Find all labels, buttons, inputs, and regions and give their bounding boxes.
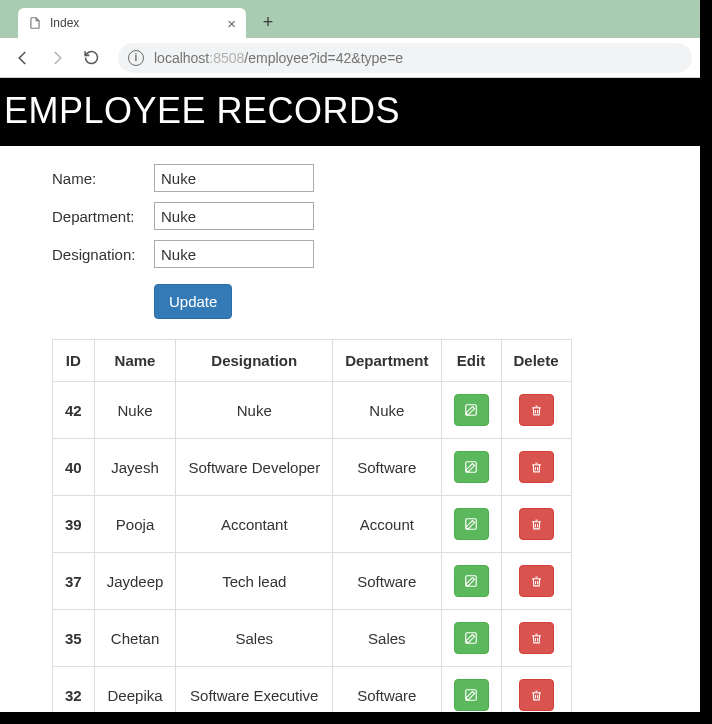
pencil-icon: [464, 403, 478, 417]
designation-input[interactable]: [154, 240, 314, 268]
svg-rect-0: [466, 405, 477, 416]
trash-icon: [530, 575, 543, 588]
col-edit: Edit: [441, 340, 501, 382]
col-delete: Delete: [501, 340, 571, 382]
browser-tab[interactable]: Index ×: [18, 8, 246, 38]
department-label: Department:: [52, 208, 154, 225]
cell-name: Chetan: [94, 610, 176, 667]
name-input[interactable]: [154, 164, 314, 192]
pencil-icon: [464, 574, 478, 588]
cell-name: Pooja: [94, 496, 176, 553]
pencil-icon: [464, 631, 478, 645]
edit-button[interactable]: [454, 622, 489, 654]
delete-button[interactable]: [519, 508, 554, 540]
col-id: ID: [53, 340, 95, 382]
edit-button[interactable]: [454, 565, 489, 597]
file-icon: [28, 16, 42, 30]
pencil-icon: [464, 688, 478, 702]
cell-id: 35: [53, 610, 95, 667]
cell-name: Deepika: [94, 667, 176, 713]
name-label: Name:: [52, 170, 154, 187]
tab-strip: Index × +: [0, 0, 700, 38]
cell-designation: Nuke: [176, 382, 333, 439]
cell-id: 39: [53, 496, 95, 553]
url-port: :8508: [209, 50, 244, 66]
pencil-icon: [464, 517, 478, 531]
cell-department: Sales: [333, 610, 441, 667]
edit-button[interactable]: [454, 679, 489, 711]
cell-id: 42: [53, 382, 95, 439]
cell-designation: Sales: [176, 610, 333, 667]
table-row: 40JayeshSoftware DeveloperSoftware: [53, 439, 572, 496]
delete-button[interactable]: [519, 622, 554, 654]
close-tab-icon[interactable]: ×: [227, 15, 236, 32]
table-row: 42NukeNukeNuke: [53, 382, 572, 439]
svg-rect-1: [466, 462, 477, 473]
cell-designation: Software Developer: [176, 439, 333, 496]
cell-department: Software: [333, 439, 441, 496]
cell-name: Jaydeep: [94, 553, 176, 610]
svg-rect-2: [466, 519, 477, 530]
employee-table: ID Name Designation Department Edit Dele…: [52, 339, 572, 712]
designation-label: Designation:: [52, 246, 154, 263]
trash-icon: [530, 404, 543, 417]
department-input[interactable]: [154, 202, 314, 230]
col-name: Name: [94, 340, 176, 382]
cell-designation: Tech lead: [176, 553, 333, 610]
new-tab-button[interactable]: +: [254, 8, 282, 36]
page-header: EMPLOYEE RECORDS: [0, 78, 700, 146]
url-host: localhost: [154, 50, 209, 66]
delete-button[interactable]: [519, 451, 554, 483]
cell-department: Account: [333, 496, 441, 553]
cell-department: Software: [333, 553, 441, 610]
cell-id: 37: [53, 553, 95, 610]
table-row: 32DeepikaSoftware ExecutiveSoftware: [53, 667, 572, 713]
address-bar[interactable]: i localhost:8508/employee?id=42&type=e: [118, 43, 692, 73]
url-path: /employee?id=42&type=e: [244, 50, 403, 66]
reload-button[interactable]: [76, 43, 106, 73]
svg-rect-5: [466, 690, 477, 701]
cell-department: Software: [333, 667, 441, 713]
cell-name: Jayesh: [94, 439, 176, 496]
table-row: 37JaydeepTech leadSoftware: [53, 553, 572, 610]
page-viewport: EMPLOYEE RECORDS Name: Department: Desig…: [0, 78, 700, 712]
cell-name: Nuke: [94, 382, 176, 439]
cell-id: 40: [53, 439, 95, 496]
forward-button[interactable]: [42, 43, 72, 73]
pencil-icon: [464, 460, 478, 474]
table-row: 39PoojaAccontantAccount: [53, 496, 572, 553]
table-row: 35ChetanSalesSales: [53, 610, 572, 667]
delete-button[interactable]: [519, 679, 554, 711]
trash-icon: [530, 518, 543, 531]
back-button[interactable]: [8, 43, 38, 73]
update-button[interactable]: Update: [154, 284, 232, 319]
cell-id: 32: [53, 667, 95, 713]
svg-rect-4: [466, 633, 477, 644]
edit-button[interactable]: [454, 508, 489, 540]
edit-button[interactable]: [454, 451, 489, 483]
col-department: Department: [333, 340, 441, 382]
cell-department: Nuke: [333, 382, 441, 439]
svg-rect-3: [466, 576, 477, 587]
page-title: EMPLOYEE RECORDS: [4, 90, 696, 132]
delete-button[interactable]: [519, 565, 554, 597]
tab-title: Index: [50, 16, 79, 30]
cell-designation: Accontant: [176, 496, 333, 553]
trash-icon: [530, 689, 543, 702]
col-designation: Designation: [176, 340, 333, 382]
trash-icon: [530, 632, 543, 645]
site-info-icon[interactable]: i: [128, 50, 144, 66]
trash-icon: [530, 461, 543, 474]
edit-button[interactable]: [454, 394, 489, 426]
delete-button[interactable]: [519, 394, 554, 426]
browser-toolbar: i localhost:8508/employee?id=42&type=e: [0, 38, 700, 78]
cell-designation: Software Executive: [176, 667, 333, 713]
